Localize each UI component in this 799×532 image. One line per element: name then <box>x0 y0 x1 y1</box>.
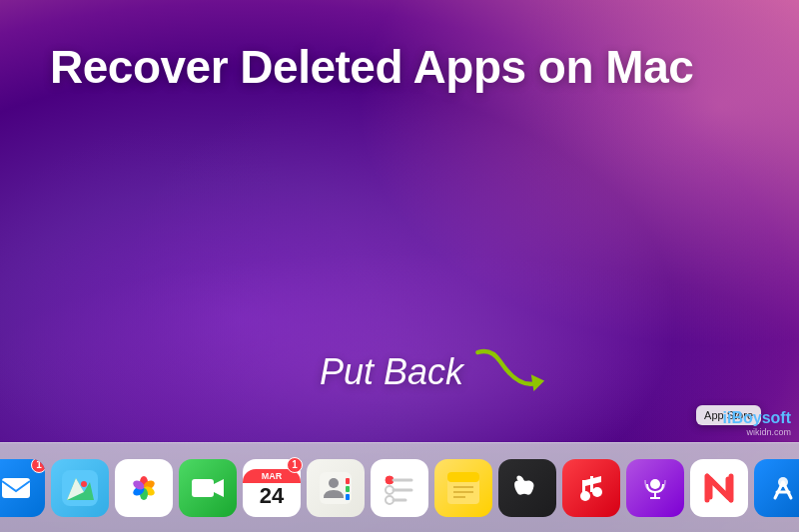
facetime-icon <box>190 470 226 506</box>
notes-icon <box>445 470 481 506</box>
mail-badge: 1 <box>31 459 45 473</box>
dock-icon-music[interactable] <box>562 459 620 517</box>
svg-rect-14 <box>346 494 350 500</box>
dock: 1 <box>0 442 799 532</box>
calendar-day: 24 <box>260 485 284 507</box>
dock-icon-notes[interactable] <box>434 459 492 517</box>
mail-icon <box>0 470 34 506</box>
svg-rect-30 <box>582 480 585 496</box>
svg-rect-13 <box>346 486 350 492</box>
watermark-brand: iiBoysoft <box>723 409 791 427</box>
tv-icon <box>509 470 545 506</box>
calendar-inner: MAR 24 <box>243 469 301 507</box>
page-title: Recover Deleted Apps on Mac <box>50 40 693 94</box>
svg-rect-23 <box>447 472 479 482</box>
dock-icon-tv[interactable] <box>498 459 556 517</box>
svg-point-28 <box>592 487 602 497</box>
svg-rect-10 <box>192 479 214 497</box>
svg-point-31 <box>650 479 660 489</box>
svg-rect-1 <box>2 478 30 498</box>
dock-icon-maps[interactable] <box>51 459 109 517</box>
svg-point-3 <box>81 481 87 487</box>
dock-icon-reminders[interactable] <box>371 459 428 517</box>
music-icon <box>573 470 609 506</box>
dock-icon-contacts[interactable] <box>307 459 365 517</box>
news-icon <box>701 470 737 506</box>
calendar-badge: 1 <box>287 457 303 473</box>
dock-icon-calendar[interactable]: MAR 24 1 <box>243 459 301 517</box>
photos-icon <box>126 470 162 506</box>
dock-icon-photos[interactable] <box>115 459 173 517</box>
dock-icon-news[interactable] <box>690 459 748 517</box>
dock-icon-mail[interactable]: 1 <box>0 459 45 517</box>
arrow-icon <box>473 342 553 402</box>
put-back-section: Put Back <box>320 342 553 402</box>
svg-marker-0 <box>531 374 544 391</box>
maps-icon <box>62 470 98 506</box>
svg-point-15 <box>329 478 339 488</box>
svg-rect-12 <box>346 478 350 484</box>
dock-icon-podcasts[interactable] <box>626 459 684 517</box>
watermark: iiBoysoft wikidn.com <box>723 409 791 437</box>
put-back-label: Put Back <box>320 351 463 393</box>
reminders-icon <box>382 470 417 506</box>
dock-icon-facetime[interactable] <box>179 459 237 517</box>
podcasts-icon <box>637 470 673 506</box>
appstore-icon <box>765 470 799 506</box>
contacts-icon <box>318 470 354 506</box>
watermark-url: wikidn.com <box>746 427 791 437</box>
dock-icon-appstore[interactable] <box>754 459 799 517</box>
